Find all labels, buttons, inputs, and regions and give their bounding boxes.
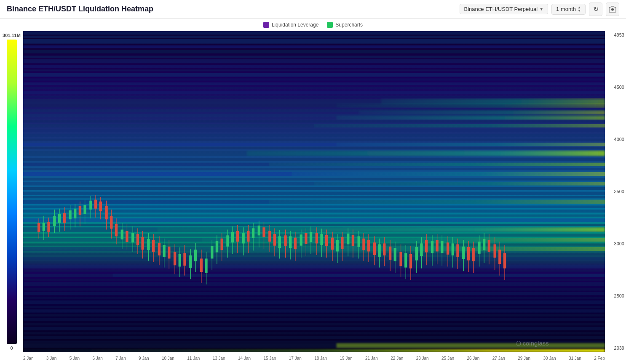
svg-rect-59	[202, 238, 605, 242]
x-label-2jan: 2 Jan	[23, 356, 33, 361]
svg-rect-7	[23, 56, 605, 58]
svg-rect-67	[23, 270, 605, 272]
x-label-2feb: 2 Feb	[594, 356, 605, 361]
svg-rect-74	[23, 297, 605, 299]
svg-rect-33	[23, 147, 605, 149]
legend-label-liquidation: Liquidation Leverage	[272, 22, 318, 28]
svg-rect-231	[409, 254, 412, 268]
svg-rect-147	[189, 255, 192, 268]
svg-rect-41	[292, 172, 605, 176]
x-label-31jan: 31 Jan	[569, 356, 581, 361]
x-label-21jan: 21 Jan	[365, 356, 378, 361]
svg-rect-14	[23, 87, 605, 89]
legend-item-supercharts: Supercharts	[327, 22, 363, 28]
svg-rect-215	[367, 240, 370, 252]
svg-rect-253	[467, 247, 470, 260]
svg-rect-97	[58, 214, 61, 223]
svg-rect-169	[247, 231, 249, 242]
svg-rect-127	[136, 234, 139, 245]
svg-rect-181	[278, 236, 281, 248]
svg-rect-38	[269, 163, 605, 166]
svg-rect-28	[23, 129, 605, 132]
x-label-23jan: 23 Jan	[416, 356, 429, 361]
svg-rect-69	[112, 274, 605, 276]
svg-rect-157	[216, 241, 218, 252]
page-title: Binance ETH/USDT Liquidation Heatmap	[7, 5, 153, 13]
heatmap-container: ⬡ coinglass	[23, 31, 605, 352]
svg-rect-49	[269, 200, 605, 204]
refresh-button[interactable]: ↻	[589, 3, 602, 16]
svg-rect-103	[74, 209, 76, 218]
legend-label-supercharts: Supercharts	[335, 22, 363, 28]
svg-rect-163	[231, 232, 234, 242]
svg-rect-229	[404, 253, 407, 268]
svg-rect-91	[43, 223, 45, 231]
svg-rect-117	[110, 216, 112, 229]
svg-rect-5	[23, 45, 605, 48]
x-label-7jan: 7 Jan	[115, 356, 126, 361]
svg-rect-173	[258, 226, 260, 235]
svg-rect-81	[23, 327, 605, 330]
svg-rect-46	[23, 192, 605, 195]
svg-rect-101	[69, 210, 71, 219]
x-label-9jan: 9 Jan	[139, 356, 149, 361]
svg-rect-10	[23, 69, 605, 71]
svg-rect-42	[23, 178, 605, 181]
svg-rect-119	[115, 224, 118, 236]
y-label-4953: 4953	[607, 33, 624, 37]
svg-rect-251	[462, 247, 465, 259]
screenshot-button[interactable]	[606, 3, 619, 16]
svg-rect-171	[252, 228, 254, 238]
x-label-27jan: 27 Jan	[492, 356, 505, 361]
legend-color-supercharts	[327, 22, 333, 28]
chevron-down-icon: ▼	[539, 7, 543, 11]
svg-rect-4	[23, 39, 605, 44]
svg-rect-29	[23, 134, 605, 137]
svg-rect-12	[23, 78, 605, 80]
svg-rect-72	[23, 288, 605, 290]
svg-rect-191	[305, 233, 307, 244]
heatmap-svg: ⬡ coinglass	[23, 31, 605, 352]
svg-rect-151	[200, 258, 203, 272]
svg-rect-123	[126, 231, 128, 242]
svg-rect-32	[337, 143, 605, 146]
svg-rect-93	[47, 222, 50, 232]
x-label-15jan: 15 Jan	[263, 356, 276, 361]
svg-rect-165	[236, 231, 239, 242]
svg-rect-73	[23, 292, 605, 295]
svg-rect-57	[23, 234, 605, 236]
svg-rect-185	[289, 236, 292, 248]
svg-rect-111	[94, 200, 97, 209]
svg-rect-13	[23, 82, 605, 85]
exchange-selector[interactable]: Binance ETH/USDT Perpetual ▼	[460, 4, 548, 14]
svg-rect-201	[331, 238, 334, 250]
svg-rect-247	[452, 243, 454, 255]
svg-rect-137	[163, 245, 165, 257]
svg-rect-245	[447, 242, 449, 255]
svg-rect-135	[158, 243, 161, 255]
svg-rect-15	[23, 91, 605, 94]
svg-rect-65	[23, 261, 605, 263]
svg-rect-197	[320, 234, 323, 245]
page-container: Binance ETH/USDT Liquidation Heatmap Bin…	[0, 0, 626, 364]
svg-rect-167	[242, 233, 244, 243]
color-scale-bar	[7, 40, 17, 344]
svg-rect-125	[131, 233, 134, 242]
x-label-6jan: 6 Jan	[92, 356, 102, 361]
svg-rect-211	[358, 236, 360, 247]
svg-rect-109	[89, 201, 92, 210]
svg-rect-70	[23, 279, 605, 281]
svg-rect-20	[23, 104, 605, 107]
svg-rect-155	[211, 246, 213, 259]
svg-rect-177	[268, 231, 271, 242]
svg-rect-35	[247, 151, 605, 156]
x-label-14jan: 14 Jan	[238, 356, 251, 361]
svg-rect-237	[425, 240, 428, 252]
x-label-17jan: 17 Jan	[289, 356, 302, 361]
svg-rect-239	[431, 241, 433, 253]
svg-rect-131	[147, 239, 150, 250]
svg-rect-209	[352, 235, 354, 246]
legend-color-liquidation	[263, 22, 269, 28]
header-controls: Binance ETH/USDT Perpetual ▼ 1 month ▲▼ …	[460, 3, 619, 16]
time-selector[interactable]: 1 month ▲▼	[551, 4, 586, 15]
